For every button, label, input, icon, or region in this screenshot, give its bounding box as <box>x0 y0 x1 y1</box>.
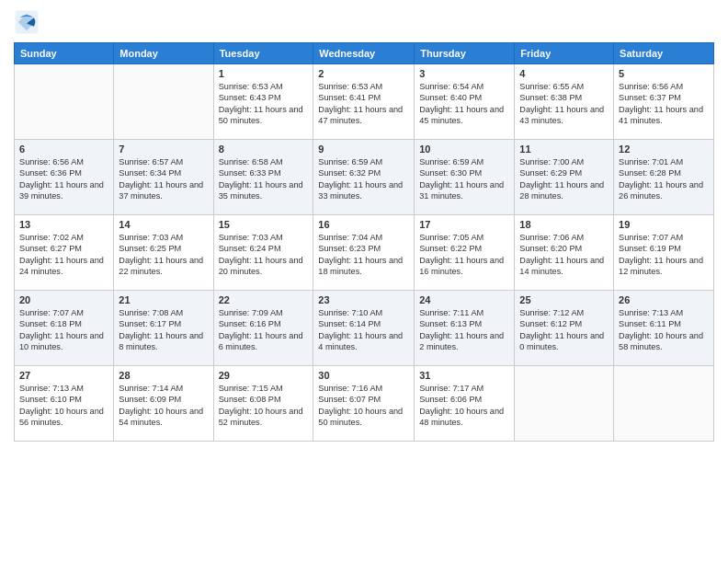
day-info: Sunrise: 7:16 AMSunset: 6:07 PMDaylight:… <box>318 383 409 429</box>
day-number: 12 <box>619 144 709 155</box>
day-info: Sunrise: 7:06 AMSunset: 6:20 PMDaylight:… <box>519 232 609 278</box>
day-cell: 8Sunrise: 6:58 AMSunset: 6:33 PMDaylight… <box>213 140 313 215</box>
day-number: 22 <box>219 294 309 305</box>
day-cell <box>15 64 114 140</box>
day-cell: 10Sunrise: 6:59 AMSunset: 6:30 PMDayligh… <box>415 140 515 215</box>
day-cell: 19Sunrise: 7:07 AMSunset: 6:19 PMDayligh… <box>614 215 714 291</box>
day-cell: 4Sunrise: 6:55 AMSunset: 6:38 PMDaylight… <box>515 64 614 140</box>
day-number: 29 <box>219 370 309 381</box>
day-info: Sunrise: 7:10 AMSunset: 6:14 PMDaylight:… <box>318 307 409 353</box>
weekday-header-thursday: Thursday <box>415 43 515 64</box>
week-row-1: 1Sunrise: 6:53 AMSunset: 6:43 PMDaylight… <box>15 64 714 140</box>
day-cell: 3Sunrise: 6:54 AMSunset: 6:40 PMDaylight… <box>415 64 515 140</box>
day-info: Sunrise: 6:55 AMSunset: 6:38 PMDaylight:… <box>519 81 609 127</box>
day-info: Sunrise: 7:03 AMSunset: 6:24 PMDaylight:… <box>219 232 309 278</box>
day-number: 15 <box>219 219 309 230</box>
day-number: 8 <box>219 144 309 155</box>
day-number: 19 <box>619 219 709 230</box>
day-cell: 20Sunrise: 7:07 AMSunset: 6:18 PMDayligh… <box>15 291 114 366</box>
day-cell: 17Sunrise: 7:05 AMSunset: 6:22 PMDayligh… <box>415 215 515 291</box>
day-cell <box>614 366 714 442</box>
day-number: 16 <box>318 219 409 230</box>
day-number: 9 <box>318 144 409 155</box>
day-info: Sunrise: 7:05 AMSunset: 6:22 PMDaylight:… <box>419 232 509 278</box>
day-cell: 1Sunrise: 6:53 AMSunset: 6:43 PMDaylight… <box>213 64 313 140</box>
logo <box>14 9 43 35</box>
day-cell: 27Sunrise: 7:13 AMSunset: 6:10 PMDayligh… <box>15 366 114 442</box>
day-info: Sunrise: 7:17 AMSunset: 6:06 PMDaylight:… <box>419 383 509 429</box>
day-info: Sunrise: 6:56 AMSunset: 6:37 PMDaylight:… <box>619 81 709 127</box>
day-number: 28 <box>119 370 208 381</box>
day-number: 2 <box>318 68 409 79</box>
day-cell: 23Sunrise: 7:10 AMSunset: 6:14 PMDayligh… <box>313 291 415 366</box>
day-info: Sunrise: 7:12 AMSunset: 6:12 PMDaylight:… <box>519 307 609 353</box>
page: SundayMondayTuesdayWednesdayThursdayFrid… <box>0 0 728 563</box>
day-info: Sunrise: 7:01 AMSunset: 6:28 PMDaylight:… <box>619 156 709 202</box>
day-cell: 6Sunrise: 6:56 AMSunset: 6:36 PMDaylight… <box>15 140 114 215</box>
day-cell: 2Sunrise: 6:53 AMSunset: 6:41 PMDaylight… <box>313 64 415 140</box>
day-cell: 5Sunrise: 6:56 AMSunset: 6:37 PMDaylight… <box>614 64 714 140</box>
day-info: Sunrise: 6:59 AMSunset: 6:30 PMDaylight:… <box>419 156 509 202</box>
day-cell: 25Sunrise: 7:12 AMSunset: 6:12 PMDayligh… <box>515 291 614 366</box>
weekday-header-tuesday: Tuesday <box>213 43 313 64</box>
weekday-header-friday: Friday <box>515 43 614 64</box>
day-info: Sunrise: 6:56 AMSunset: 6:36 PMDaylight:… <box>19 156 108 202</box>
day-cell: 21Sunrise: 7:08 AMSunset: 6:17 PMDayligh… <box>114 291 213 366</box>
day-number: 10 <box>419 144 509 155</box>
day-cell: 15Sunrise: 7:03 AMSunset: 6:24 PMDayligh… <box>213 215 313 291</box>
weekday-header-saturday: Saturday <box>614 43 714 64</box>
day-cell: 30Sunrise: 7:16 AMSunset: 6:07 PMDayligh… <box>313 366 415 442</box>
day-number: 14 <box>119 219 208 230</box>
day-info: Sunrise: 7:02 AMSunset: 6:27 PMDaylight:… <box>19 232 108 278</box>
day-cell: 26Sunrise: 7:13 AMSunset: 6:11 PMDayligh… <box>614 291 714 366</box>
day-number: 20 <box>19 294 108 305</box>
day-cell: 28Sunrise: 7:14 AMSunset: 6:09 PMDayligh… <box>114 366 213 442</box>
day-info: Sunrise: 7:00 AMSunset: 6:29 PMDaylight:… <box>519 156 609 202</box>
day-info: Sunrise: 7:04 AMSunset: 6:23 PMDaylight:… <box>318 232 409 278</box>
day-info: Sunrise: 7:07 AMSunset: 6:18 PMDaylight:… <box>19 307 108 353</box>
day-cell <box>114 64 213 140</box>
day-number: 4 <box>519 68 609 79</box>
day-cell: 9Sunrise: 6:59 AMSunset: 6:32 PMDaylight… <box>313 140 415 215</box>
day-cell: 22Sunrise: 7:09 AMSunset: 6:16 PMDayligh… <box>213 291 313 366</box>
day-number: 21 <box>119 294 208 305</box>
day-number: 7 <box>119 144 208 155</box>
day-number: 17 <box>419 219 509 230</box>
day-info: Sunrise: 7:09 AMSunset: 6:16 PMDaylight:… <box>219 307 309 353</box>
day-number: 11 <box>519 144 609 155</box>
day-info: Sunrise: 7:13 AMSunset: 6:11 PMDaylight:… <box>619 307 709 353</box>
day-number: 30 <box>318 370 409 381</box>
day-info: Sunrise: 7:03 AMSunset: 6:25 PMDaylight:… <box>119 232 208 278</box>
day-number: 3 <box>419 68 509 79</box>
weekday-header-wednesday: Wednesday <box>313 43 415 64</box>
calendar: SundayMondayTuesdayWednesdayThursdayFrid… <box>14 42 714 442</box>
week-row-4: 20Sunrise: 7:07 AMSunset: 6:18 PMDayligh… <box>15 291 714 366</box>
day-cell <box>515 366 614 442</box>
day-number: 5 <box>619 68 709 79</box>
day-cell: 29Sunrise: 7:15 AMSunset: 6:08 PMDayligh… <box>213 366 313 442</box>
day-info: Sunrise: 6:59 AMSunset: 6:32 PMDaylight:… <box>318 156 409 202</box>
day-number: 1 <box>219 68 309 79</box>
day-info: Sunrise: 6:57 AMSunset: 6:34 PMDaylight:… <box>119 156 208 202</box>
day-cell: 24Sunrise: 7:11 AMSunset: 6:13 PMDayligh… <box>415 291 515 366</box>
day-info: Sunrise: 6:53 AMSunset: 6:41 PMDaylight:… <box>318 81 409 127</box>
day-number: 13 <box>19 219 108 230</box>
day-info: Sunrise: 7:15 AMSunset: 6:08 PMDaylight:… <box>219 383 309 429</box>
header <box>14 9 714 35</box>
day-number: 24 <box>419 294 509 305</box>
week-row-3: 13Sunrise: 7:02 AMSunset: 6:27 PMDayligh… <box>15 215 714 291</box>
day-info: Sunrise: 7:07 AMSunset: 6:19 PMDaylight:… <box>619 232 709 278</box>
day-cell: 16Sunrise: 7:04 AMSunset: 6:23 PMDayligh… <box>313 215 415 291</box>
day-number: 27 <box>19 370 108 381</box>
day-info: Sunrise: 6:54 AMSunset: 6:40 PMDaylight:… <box>419 81 509 127</box>
day-info: Sunrise: 7:11 AMSunset: 6:13 PMDaylight:… <box>419 307 509 353</box>
logo-icon <box>14 9 40 35</box>
weekday-header-row: SundayMondayTuesdayWednesdayThursdayFrid… <box>15 43 714 64</box>
weekday-header-sunday: Sunday <box>15 43 114 64</box>
day-cell: 12Sunrise: 7:01 AMSunset: 6:28 PMDayligh… <box>614 140 714 215</box>
day-info: Sunrise: 6:58 AMSunset: 6:33 PMDaylight:… <box>219 156 309 202</box>
day-cell: 11Sunrise: 7:00 AMSunset: 6:29 PMDayligh… <box>515 140 614 215</box>
day-info: Sunrise: 6:53 AMSunset: 6:43 PMDaylight:… <box>219 81 309 127</box>
week-row-5: 27Sunrise: 7:13 AMSunset: 6:10 PMDayligh… <box>15 366 714 442</box>
day-number: 26 <box>619 294 709 305</box>
